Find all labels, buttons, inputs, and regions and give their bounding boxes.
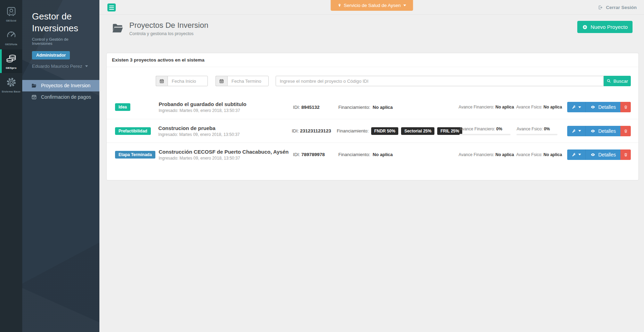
physical-progress-value: No aplica	[544, 105, 562, 110]
speedometer-icon	[6, 29, 17, 41]
search-button[interactable]: Buscar	[604, 76, 631, 86]
financing-badge: FNDR 50%	[371, 127, 399, 135]
page-title: Proyectos De Inversion	[129, 21, 208, 30]
financing-column: Financiamiento: No aplica	[338, 152, 458, 157]
new-project-button[interactable]: Nuevo Proyecto	[577, 21, 633, 33]
tools-dropdown-button[interactable]	[567, 149, 585, 160]
title-column: Construcion de prueba Ingresado: Martes …	[158, 125, 292, 137]
physical-progress-bar	[516, 134, 557, 135]
page-header: Proyectos De Inversion Controla y gestio…	[99, 15, 644, 43]
financing-badge: FRIL 25%	[437, 127, 462, 135]
idi-label: IDI:	[293, 105, 300, 110]
sidebar-brand: Gestor de Inversiones Control y Gestión …	[22, 0, 99, 69]
financial-progress-column: Avance Financiero: No aplica	[459, 152, 516, 157]
project-row: Prefactibilidad Construcion de prueba In…	[107, 119, 638, 143]
financial-progress-value: No aplica	[495, 105, 514, 110]
financing-badges: FNDR 50%Sectorial 25%FRIL 25%	[371, 127, 463, 135]
user-name: Eduardo Mauricio Perez	[32, 64, 82, 69]
sidebar-toggle-button[interactable]	[107, 3, 116, 11]
new-project-label: Nuevo Proyecto	[590, 24, 628, 30]
project-created-date: Ingresado: Martes 09, enero 2018, 13:50:…	[158, 132, 288, 137]
physical-progress-column: Avance Fsico: 0%	[516, 127, 567, 135]
physical-progress-label: Avance Fsico:	[516, 105, 542, 110]
idi-label: IDI:	[293, 152, 300, 157]
detalles-button[interactable]: Detalles	[585, 126, 620, 136]
map-marker-icon	[337, 3, 341, 8]
eye-icon	[590, 152, 596, 157]
physical-progress-column: Avance Fsico: No aplica	[516, 105, 567, 110]
service-selector-button[interactable]: Servicio de Salud de Aysen	[331, 0, 413, 11]
search-form: Buscar	[107, 67, 638, 95]
sidebar-item-confirmacion-de-pagos[interactable]: Confirmacion de pagos	[22, 91, 99, 103]
idi-label: IDI:	[292, 128, 299, 133]
physical-progress-value: 0%	[544, 127, 550, 131]
rail-item-gespro[interactable]: GESpro	[0, 49, 22, 73]
delete-button[interactable]	[620, 149, 631, 160]
search-button-label: Buscar	[613, 79, 628, 84]
idi-value: 8945132	[301, 105, 320, 110]
project-title: Probando el guardado del subtitulo	[159, 101, 289, 107]
stage-badge: Etapa Terminada	[115, 151, 155, 159]
idi-value: 789789978	[301, 152, 325, 157]
date-end-input[interactable]	[227, 76, 269, 86]
logout-label: Cerrar Sesión	[606, 5, 637, 10]
detalles-label: Detalles	[598, 152, 616, 157]
eye-icon	[590, 129, 596, 133]
detalles-button[interactable]: Detalles	[585, 102, 620, 112]
page-subtitle: Controla y gestiona los proyectos	[129, 31, 208, 36]
stage-badge: Idea	[115, 103, 130, 111]
stage-badge: Prefactibilidad	[115, 127, 151, 135]
sidebar-item-label: Confirmacion de pagos	[41, 94, 91, 100]
gear-icon	[6, 76, 17, 88]
rail-item-gesflota[interactable]: GESflota	[0, 26, 22, 49]
financing-label: Financiamiento:	[338, 105, 370, 110]
date-start-group	[156, 76, 208, 86]
physical-progress-label: Avance Fsico:	[516, 127, 543, 131]
rail-item-label: GESpro	[6, 66, 17, 70]
idi-value: 231231123123	[300, 128, 331, 133]
detalles-label: Detalles	[598, 104, 616, 110]
topbar: Servicio de Salud de Aysen Cerrar Sesión	[99, 0, 644, 15]
title-column: Probando el guardado del subtitulo Ingre…	[159, 101, 293, 113]
rail-item-label: Sistema Base	[2, 90, 21, 93]
sidebar-item-proyectos-de-inversion[interactable]: Proyectos de Inversion	[22, 80, 99, 91]
idi-column: IDI: 8945132	[293, 105, 338, 110]
rail-item-gescid[interactable]: GEScid	[0, 2, 22, 26]
device-icon	[6, 6, 17, 17]
delete-button[interactable]	[620, 102, 631, 112]
date-end-group	[215, 76, 269, 86]
calendar-icon[interactable]	[156, 76, 168, 86]
service-selector-label: Servicio de Salud de Aysen	[344, 3, 401, 8]
physical-progress-column: Avance Fsico: No aplica	[516, 152, 567, 157]
financing-label: Financiamiento:	[338, 152, 370, 157]
financial-progress-label: Avance Financiero:	[459, 152, 495, 157]
financial-progress-label: Avance Financiero:	[459, 105, 495, 110]
trash-icon	[623, 152, 628, 157]
physical-progress-label: Avance Fsico:	[516, 152, 542, 157]
chevron-down-icon	[85, 65, 88, 67]
project-title: Construcion de prueba	[158, 125, 288, 131]
rail-item-sistema-base[interactable]: Sistema Base	[0, 73, 22, 97]
date-start-input[interactable]	[168, 76, 208, 86]
user-dropdown[interactable]: Eduardo Mauricio Perez	[32, 64, 90, 69]
projects-panel: Existen 3 proyectos activos en el sistem…	[106, 53, 639, 180]
calendar-check-icon	[31, 94, 37, 100]
financial-progress-bar	[459, 134, 511, 135]
tools-dropdown-button[interactable]	[567, 102, 585, 112]
wrench-icon	[571, 152, 576, 157]
delete-button[interactable]	[620, 126, 631, 136]
financing-label: Financiamiento:	[337, 128, 369, 133]
actions-column: Detalles	[567, 149, 631, 160]
logout-button[interactable]: Cerrar Sesión	[598, 0, 637, 15]
icon-rail: GEScid GESflota GESpro	[0, 0, 22, 332]
rail-item-label: GESflota	[5, 43, 17, 46]
folder-open-icon	[31, 83, 37, 88]
financing-column: Financiamiento: No aplica	[338, 105, 458, 110]
trash-icon	[623, 105, 628, 110]
search-input[interactable]	[276, 76, 604, 86]
detalles-button[interactable]: Detalles	[585, 149, 620, 160]
tools-dropdown-button[interactable]	[567, 126, 585, 136]
calendar-icon[interactable]	[215, 76, 227, 86]
financial-progress-column: Avance Financiero: No aplica	[459, 105, 516, 110]
sidebar-menu: Proyectos de Inversion Confirmacion de p…	[22, 80, 99, 103]
